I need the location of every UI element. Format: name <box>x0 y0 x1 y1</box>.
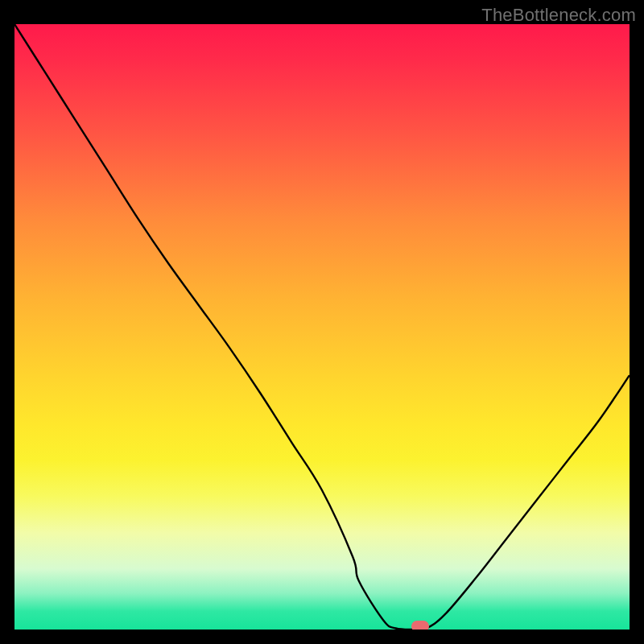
plot-area <box>14 24 630 630</box>
watermark-text: TheBottleneck.com <box>481 5 636 26</box>
chart-frame: TheBottleneck.com <box>0 0 644 644</box>
optimal-point-marker <box>411 621 429 630</box>
curve-path <box>14 24 630 630</box>
bottleneck-curve <box>14 24 630 630</box>
